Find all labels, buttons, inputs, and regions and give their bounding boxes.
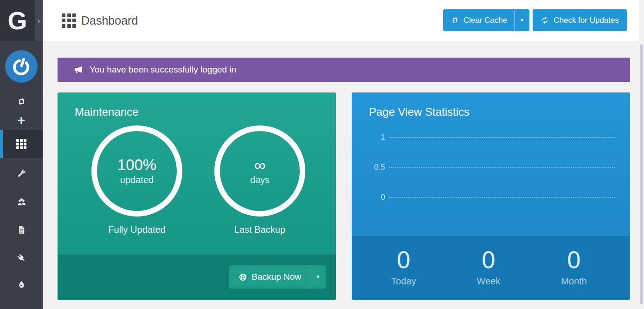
page-view-statistics-panel: Page View Statistics 1 0.5 0 0 Today 0 W… xyxy=(352,92,630,300)
today-label: Today xyxy=(391,276,416,287)
page-title: Dashboard xyxy=(81,14,138,27)
backup-now-button[interactable]: Backup Now xyxy=(229,265,310,289)
megaphone-icon xyxy=(73,65,84,75)
counter-today: 0 Today xyxy=(371,236,436,300)
statistics-footer: 0 Today 0 Week 0 Month xyxy=(352,236,630,300)
caret-down-icon: ▼ xyxy=(316,275,321,279)
refresh-icon xyxy=(541,16,549,25)
power-icon xyxy=(5,50,38,83)
sidebar-item-plugins[interactable] xyxy=(0,248,43,268)
sidebar-item-add[interactable]: + xyxy=(0,110,43,131)
chevron-right-icon: › xyxy=(37,15,40,26)
update-status-ring: 100% updated xyxy=(91,125,182,217)
counter-week: 0 Week xyxy=(456,236,521,300)
sidebar-item-pages[interactable] xyxy=(0,219,43,240)
week-label: Week xyxy=(477,276,501,287)
clear-cache-dropdown-button[interactable]: ▼ xyxy=(514,9,529,31)
page-scrollbar[interactable] xyxy=(639,0,644,309)
clear-cache-label: Clear Cache xyxy=(464,16,508,25)
week-count: 0 xyxy=(481,248,496,273)
logout-button[interactable] xyxy=(0,41,43,92)
y-tick-1: 1 xyxy=(356,133,385,142)
app-root: G › + xyxy=(0,0,644,309)
statistics-title: Page View Statistics xyxy=(369,105,470,118)
gridline xyxy=(389,167,615,168)
maintenance-footer: Backup Now ▼ xyxy=(58,255,336,300)
plug-icon xyxy=(17,253,26,263)
sidebar-item-dashboard[interactable] xyxy=(0,130,43,158)
sidebar: G › + xyxy=(0,0,43,309)
file-icon xyxy=(17,225,26,235)
life-ring-icon xyxy=(238,273,247,282)
dashboard-grid-icon xyxy=(62,13,76,28)
today-count: 0 xyxy=(396,248,411,273)
page-title-group: Dashboard xyxy=(62,0,138,41)
wrench-icon xyxy=(17,169,26,178)
backup-caption: days xyxy=(250,175,270,185)
sidebar-item-settings[interactable] xyxy=(0,163,43,184)
maintenance-panel: Maintenance 100% updated ∞ days Fully Up… xyxy=(58,92,336,300)
backup-now-label: Backup Now xyxy=(251,272,301,282)
clear-cache-split-button: Clear Cache ▼ xyxy=(443,9,530,31)
plus-icon: + xyxy=(18,114,26,127)
retweet-icon xyxy=(17,97,26,106)
sidebar-expand-button[interactable]: › xyxy=(35,0,43,41)
users-icon xyxy=(17,197,26,207)
check-for-updates-label: Check for Updates xyxy=(554,16,619,25)
update-percentage: 100% xyxy=(117,157,156,173)
update-caption: updated xyxy=(120,175,154,185)
scrollbar-thumb[interactable] xyxy=(640,44,643,304)
retweet-icon xyxy=(451,16,459,25)
sidebar-logo-row: G › xyxy=(0,0,43,41)
caret-down-icon: ▼ xyxy=(520,18,524,23)
backup-dropdown-button[interactable]: ▼ xyxy=(310,265,326,289)
maintenance-title: Maintenance xyxy=(75,105,138,118)
header-actions: Clear Cache ▼ Check for Updates xyxy=(443,9,627,31)
last-backup-label: Last Backup xyxy=(214,224,305,235)
gridline xyxy=(389,137,615,138)
alert-message: You have been successfully logged in xyxy=(90,65,236,75)
backup-split-button: Backup Now ▼ xyxy=(229,265,326,289)
month-count: 0 xyxy=(567,248,581,273)
gridline xyxy=(389,197,615,198)
login-success-alert: You have been successfully logged in xyxy=(58,58,630,82)
check-for-updates-button[interactable]: Check for Updates xyxy=(533,9,627,31)
sidebar-item-users[interactable] xyxy=(0,191,43,212)
y-tick-0: 0 xyxy=(356,193,385,202)
y-tick-0-5: 0.5 xyxy=(356,163,385,172)
backup-days-value: ∞ xyxy=(254,157,265,174)
backup-age-ring: ∞ days xyxy=(214,125,305,217)
droplet-icon xyxy=(17,280,26,289)
grid-icon xyxy=(16,139,26,149)
clear-cache-button[interactable]: Clear Cache xyxy=(443,9,515,31)
counter-month: 0 Month xyxy=(541,236,606,300)
sidebar-item-theme[interactable] xyxy=(0,274,43,295)
month-label: Month xyxy=(561,276,587,287)
sidebar-item-refresh[interactable] xyxy=(0,91,43,112)
update-status-label: Fully Updated xyxy=(91,224,182,235)
top-header: Dashboard Clear Cache ▼ xyxy=(43,0,644,41)
app-logo[interactable]: G xyxy=(0,0,35,41)
